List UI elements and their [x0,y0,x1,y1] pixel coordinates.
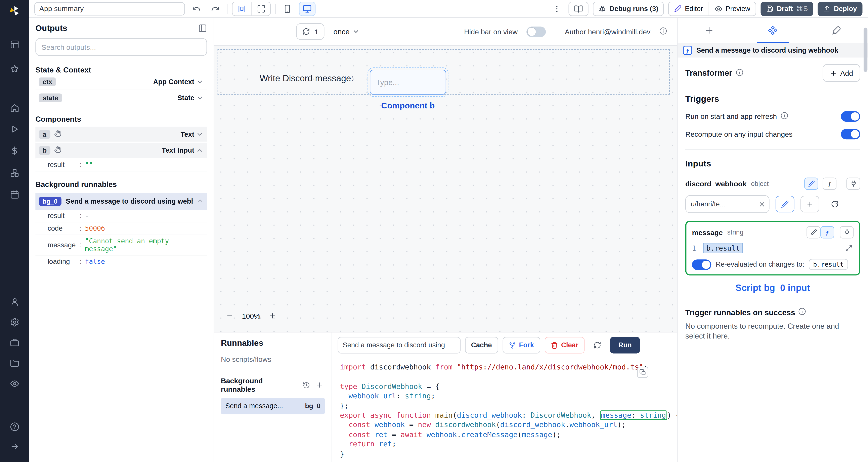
resources-icon[interactable] [0,163,29,182]
redo-button[interactable] [208,2,223,15]
eye-icon [714,5,722,12]
desktop-view-button[interactable] [299,1,316,16]
plus-icon [316,381,323,389]
mobile-view-button[interactable] [280,2,294,15]
clear-button[interactable]: Clear [545,337,585,354]
component-row-a[interactable]: a Text [35,127,207,143]
bg0-row[interactable]: bg_0 Send a message to discord using web… [35,193,207,210]
favorites-star-icon[interactable] [0,59,29,78]
folders-icon[interactable] [0,354,29,372]
x-icon [758,201,765,208]
connect-input-button[interactable] [846,177,860,190]
reeval-target-chip[interactable]: b.result [809,259,848,270]
workers-icon[interactable] [0,333,29,352]
output-row-ctx[interactable]: ctx App Context [35,74,207,90]
align-center-button[interactable] [232,2,251,15]
windmill-logo-glyph [8,5,21,17]
run-on-start-row: Run on start and app refresh [685,111,860,122]
add-runnable-button[interactable] [314,380,325,391]
insert-component-tab[interactable] [678,18,741,43]
expression-value[interactable]: b.result [703,243,743,253]
draft-button[interactable]: Draft ⌘S [761,1,813,16]
search-outputs-input[interactable] [35,38,207,56]
run-on-start-toggle[interactable] [841,111,860,122]
edit-resource-button[interactable] [776,196,795,212]
collapse-panel-button[interactable] [198,24,207,32]
trigger-success-title: Trigger runnables on success [685,308,795,317]
component-row-b[interactable]: b Text Input [35,143,207,159]
info-icon[interactable] [780,112,788,121]
info-icon[interactable] [735,68,743,78]
expand-sidebar-icon[interactable] [0,437,29,456]
refresh-script-button[interactable] [589,337,606,354]
selected-component-label: Component b [370,101,446,110]
audit-logs-icon[interactable] [0,374,29,393]
copy-code-button[interactable] [637,367,648,378]
deploy-label: Deploy [834,5,857,12]
windmill-logo-icon[interactable] [0,2,29,21]
hide-bar-toggle[interactable] [527,26,546,37]
add-resource-button[interactable] [801,196,819,212]
info-icon[interactable] [799,307,806,317]
refresh-runnables-button[interactable] [301,380,312,391]
styling-tab[interactable] [805,18,868,43]
chevron-down-icon[interactable] [196,94,204,102]
home-icon[interactable] [0,98,29,117]
more-menu-button[interactable] [550,2,564,15]
static-mode-button[interactable] [804,177,818,190]
eval-mode-button[interactable]: ƒ [820,226,834,238]
chevron-up-icon[interactable] [196,146,204,154]
apps-grid-icon[interactable] [0,35,29,54]
output-row-state[interactable]: state State [35,90,207,106]
script-toolbar: Cache Fork Clear Run [332,332,677,358]
runnable-item-bg0[interactable]: Send a message... bg_0 [221,398,325,415]
info-icon[interactable] [659,27,667,36]
zoom-level: 100% [242,311,260,320]
vertical-scrollbar[interactable] [864,28,867,72]
refresh-app-button[interactable]: 1 [296,23,324,40]
zoom-in-button[interactable] [266,309,279,323]
text-component-a[interactable]: Write Discord message: [259,73,353,84]
variables-icon[interactable] [0,141,29,160]
schedules-icon[interactable] [0,185,29,204]
fullwidth-button[interactable] [251,2,270,15]
refresh-resource-button[interactable] [826,196,844,212]
runs-icon[interactable] [0,120,29,138]
chevron-down-icon[interactable] [196,78,204,86]
resource-path-input[interactable] [685,195,770,213]
cache-button[interactable]: Cache [465,337,498,354]
debug-runs-button[interactable]: Debug runs (3) [593,1,664,16]
expand-editor-button[interactable] [844,243,854,253]
recompute-toggle[interactable] [841,129,860,139]
run-button[interactable]: Run [610,337,640,354]
undo-button[interactable] [189,2,204,15]
script-name-input[interactable] [338,337,461,354]
component-a-type: Text [181,130,204,138]
connect-input-button[interactable] [840,226,854,238]
editor-tab[interactable]: Editor [669,2,709,15]
eval-mode-button[interactable]: ƒ [823,177,836,190]
triggers-title: Triggers [685,94,860,104]
fork-button[interactable]: Fork [502,337,540,354]
schedule-mode-dropdown[interactable]: once [333,27,360,36]
chevron-down-icon[interactable] [196,130,204,138]
message-input-head: message string ƒ [692,226,854,238]
reeval-toggle[interactable] [692,259,711,270]
preview-tab[interactable]: Preview [709,2,756,15]
help-icon[interactable] [0,417,29,436]
component-settings-tab[interactable] [741,18,805,43]
plus-icon [269,312,277,320]
deploy-button[interactable]: Deploy [818,1,862,16]
add-transformer-button[interactable]: Add [823,64,860,82]
chevron-up-icon[interactable] [197,197,204,205]
docs-button[interactable] [568,1,588,16]
text-input-component-b[interactable] [370,70,446,95]
settings-gear-icon[interactable] [0,312,29,331]
static-mode-button[interactable] [807,226,820,238]
users-icon[interactable] [0,292,29,311]
clear-resource-button[interactable] [757,200,766,209]
expression-editor[interactable]: 1 b.result [692,243,854,253]
zoom-out-button[interactable] [223,309,236,323]
app-summary-input[interactable] [34,2,185,15]
code-editor[interactable]: import discordwebhook from "https://deno… [332,358,677,462]
